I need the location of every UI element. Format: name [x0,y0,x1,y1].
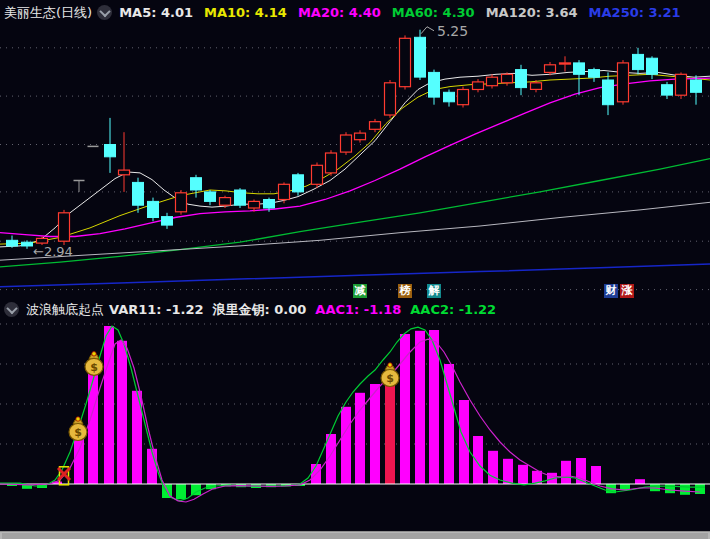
indicator-chevron-down-icon[interactable] [4,302,19,317]
candle-body-up [59,213,70,241]
candle-body-down [516,70,527,88]
candle-body-down [148,201,159,217]
candle-body-down [293,175,304,192]
histogram-bar [635,479,645,484]
ma120-line [0,202,710,260]
histogram-bar [117,341,127,484]
candle-body-down [105,145,116,157]
histogram-bar [459,400,469,484]
period-label: (日线) [56,5,92,20]
indicator-legend-item-3: AAC2: -1.22 [410,302,496,317]
ma-legend: MA5: 4.01MA10: 4.14MA20: 4.40MA60: 4.30M… [119,5,691,20]
ma-legend-item-3: MA60: 4.30 [392,5,475,20]
candle-body-up [370,122,381,130]
histogram-bar [385,383,395,484]
histogram-bar [176,484,186,499]
histogram-bar [561,461,571,484]
indicator-panel[interactable]: $$$ [0,319,710,531]
histogram-bar [88,371,98,484]
indicator-svg: $$$ [0,319,710,531]
candle-body-down [264,200,275,209]
ma-legend-item-1: MA10: 4.14 [204,5,287,20]
candle-body-down [633,54,644,69]
indicator-legend: VAR11: -1.22浪里金钥: 0.00AAC1: -1.18AAC2: -… [109,301,505,319]
candle-body-up [560,63,571,64]
indicator-name: 波浪触底起点 [26,301,104,319]
candle-body-down [574,63,585,74]
ma-legend-item-2: MA20: 4.40 [298,5,381,20]
candle-body-up [176,193,187,212]
candle-body-up [249,201,260,208]
histogram-bar [444,364,454,484]
candle-body-up [341,135,352,152]
indicator-legend-item-1: 浪里金钥: 0.00 [213,302,307,317]
candle-body-up [279,184,290,199]
candle-body-up [312,165,323,184]
histogram-bar [680,484,690,495]
candle-body-up [326,153,337,173]
high-annotation: 5.25 [437,25,468,39]
candle-body-down [603,80,614,105]
histogram-bar [341,407,351,484]
candle-body-up [220,198,231,206]
candles [7,30,702,249]
candle-body-down [589,70,600,78]
ma-legend-item-5: MA250: 3.21 [589,5,681,20]
svg-text:$: $ [386,372,394,385]
candle-body-down [133,182,144,205]
signal-badge-0: 减 [353,284,367,298]
ma60-line [0,159,710,267]
candle-body-down [22,242,33,246]
candle-body-down [205,192,216,202]
histogram-bar [415,331,425,484]
candle-body-up [400,38,411,86]
money-bag-icon: $ [381,363,399,387]
histogram-bar [518,465,528,484]
indicator-legend-item-2: AAC1: -1.18 [315,302,401,317]
main-candlestick-chart[interactable]: 5.25←2.94 [0,25,710,301]
stock-chart-app: 美丽生态(日线) MA5: 4.01MA10: 4.14MA20: 4.40MA… [0,0,710,539]
money-bag-icon: $ [69,417,87,441]
high-pointer [421,27,434,34]
candle-body-up [545,65,556,73]
candle-body-down [662,85,673,95]
scrollbar-thumb[interactable] [2,533,708,539]
histogram-bar [488,451,498,484]
indicator-legend-item-0: VAR11: -1.22 [109,302,204,317]
candle-body-up [355,133,366,140]
main-chart-header: 美丽生态(日线) MA5: 4.01MA10: 4.14MA20: 4.40MA… [0,0,710,25]
signal-badge-4: 涨 [620,284,634,298]
ma-legend-item-0: MA5: 4.01 [119,5,193,20]
histogram-bar [591,466,601,484]
candle-body-up [502,74,513,83]
stock-name: 美丽生态 [4,5,56,20]
indicator-header: 波浪触底起点 VAR11: -1.22浪里金钥: 0.00AAC1: -1.18… [0,300,710,319]
candle-body-down [191,178,202,190]
histogram-bar [695,484,705,494]
candle-body-down [162,217,173,226]
candle-body-up [531,83,542,90]
horizontal-scrollbar[interactable] [0,531,710,539]
histogram-bar [503,459,513,484]
candle-body-up [676,74,687,95]
candle-body-up [385,83,396,115]
ma-legend-item-4: MA120: 3.64 [486,5,578,20]
candle-body-down [444,92,455,102]
histogram-bar [400,334,410,484]
candle-body-up [473,82,484,90]
chevron-down-icon[interactable] [97,5,112,20]
svg-text:$: $ [74,426,82,439]
candle-body-up [487,77,498,86]
stock-title: 美丽生态(日线) [4,4,92,22]
candle-body-up [119,170,130,175]
candle-body-down [429,72,440,97]
candle-body-up [458,90,469,105]
candle-body-up [37,238,48,243]
histogram-bar [473,436,483,484]
candle-body-down [235,190,246,205]
candle-body-down [415,37,426,77]
svg-text:$: $ [90,361,98,374]
histogram-bar [665,484,675,493]
candlestick-svg: 5.25←2.94 [0,25,710,301]
histogram-bar [370,384,380,484]
